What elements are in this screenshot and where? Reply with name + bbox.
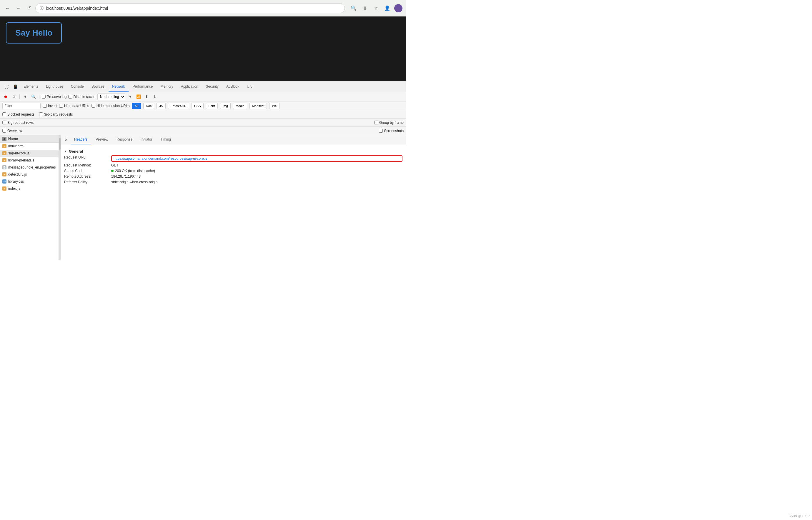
hide-data-urls-label[interactable]: Hide data URLs (59, 104, 89, 108)
group-by-frame-checkbox[interactable] (374, 121, 378, 124)
filter-font-btn[interactable]: Font (206, 103, 218, 109)
tab-ui5[interactable]: UI5 (243, 81, 256, 92)
big-rows-checkbox[interactable] (2, 121, 6, 124)
file-item-library-css[interactable]: ☑ library.css (0, 178, 58, 185)
address-bar[interactable]: ⓘ localhost:8081/webapp/index.html (35, 3, 345, 13)
filter-all-btn[interactable]: All (132, 103, 141, 109)
tab-performance[interactable]: Performance (129, 81, 156, 92)
panel-tabs-bar: ✕ Headers Preview Response Initiator Tim… (60, 135, 406, 145)
third-party-text: 3rd-party requests (44, 112, 73, 116)
download-icon[interactable]: ⬇ (152, 94, 158, 100)
blocked-requests-checkbox[interactable] (2, 112, 6, 116)
filter-input[interactable] (2, 103, 41, 109)
devtools-panel: ⛶ 📱 Elements Lighthouse Console Sources … (0, 81, 406, 260)
filter-manifest-btn[interactable]: Manifest (250, 103, 267, 109)
filter-css-btn[interactable]: CSS (192, 103, 204, 109)
tab-elements[interactable]: Elements (20, 81, 42, 92)
throttling-select[interactable]: No throttling (97, 94, 125, 100)
tab-security[interactable]: Security (202, 81, 222, 92)
options-right-2: Group by frame (374, 121, 404, 125)
screenshots-label[interactable]: Screenshots (379, 129, 404, 133)
say-hello-button[interactable]: Say Hello (6, 22, 62, 44)
throttling-arrow[interactable]: ▼ (127, 94, 133, 100)
options-left: Blocked requests 3rd-party requests (2, 112, 73, 116)
forward-button[interactable]: → (14, 4, 22, 12)
panel-tab-timing[interactable]: Timing (157, 135, 175, 145)
clear-button[interactable]: ⊘ (10, 94, 17, 100)
record-button[interactable]: ⏺ (2, 94, 9, 100)
file-item-index-html[interactable]: ≡ index.html (0, 142, 58, 150)
panel-tab-headers[interactable]: Headers (71, 135, 91, 145)
panel-tab-initiator[interactable]: Initiator (137, 135, 156, 145)
third-party-checkbox[interactable] (39, 112, 43, 116)
screenshots-checkbox[interactable] (379, 129, 383, 133)
filter-js-btn[interactable]: JS (156, 103, 166, 109)
inspect-icon[interactable]: ⛶ (2, 83, 10, 91)
filter-doc-btn[interactable]: Doc (143, 103, 154, 109)
tab-sources[interactable]: Sources (88, 81, 108, 92)
referrer-policy-value: strict-origin-when-cross-origin (111, 180, 403, 184)
invert-checkbox[interactable] (43, 104, 47, 108)
screenshots-text: Screenshots (384, 129, 404, 133)
blocked-requests-text: Blocked requests (7, 112, 34, 116)
reload-button[interactable]: ↺ (25, 4, 33, 12)
invert-label[interactable]: Invert (43, 104, 57, 108)
device-icon[interactable]: 📱 (11, 83, 19, 91)
panel-tab-preview[interactable]: Preview (92, 135, 112, 145)
file-item-sap-ui-core[interactable]: ⊞ sap-ui-core.js (0, 150, 58, 157)
request-url-key: Request URL: (64, 155, 111, 159)
overview-label[interactable]: Overview (2, 129, 22, 133)
hide-ext-urls-checkbox[interactable] (92, 104, 95, 108)
disable-cache-checkbox[interactable] (68, 95, 72, 99)
big-rows-label[interactable]: Big request rows (2, 121, 33, 125)
js-file-icon: ⊞ (2, 151, 6, 155)
referrer-policy-key: Referrer Policy: (64, 180, 111, 184)
tab-adblock[interactable]: AdBlock (223, 81, 243, 92)
preserve-log-label[interactable]: Preserve log (42, 95, 67, 99)
tab-lighthouse[interactable]: Lighthouse (42, 81, 67, 92)
hide-data-urls-checkbox[interactable] (59, 104, 63, 108)
third-party-label[interactable]: 3rd-party requests (39, 112, 73, 116)
filter-img-btn[interactable]: Img (220, 103, 231, 109)
request-url-value[interactable]: https://sapui5.hana.ondemand.com/resourc… (111, 155, 403, 162)
filter-button[interactable]: ▼ (22, 94, 28, 100)
panel-tab-response[interactable]: Response (113, 135, 136, 145)
tab-console[interactable]: Console (67, 81, 87, 92)
search-button[interactable]: 🔍 (350, 4, 358, 12)
avatar[interactable] (394, 4, 403, 12)
blocked-requests-label[interactable]: Blocked requests (2, 112, 34, 116)
hide-ext-urls-label[interactable]: Hide extension URLs (92, 104, 130, 108)
headers-content: ▼ General Request URL: https://sapui5.ha… (60, 145, 406, 188)
file-item-index-js[interactable]: ⊞ index.js (0, 185, 58, 192)
group-by-frame-label[interactable]: Group by frame (374, 121, 404, 125)
preserve-log-text: Preserve log (47, 95, 67, 99)
profile-button[interactable]: 👤 (383, 4, 391, 12)
wifi-icon[interactable]: 📶 (135, 94, 142, 100)
section-arrow-icon: ▼ (64, 150, 67, 153)
file-item-detectui5[interactable]: ⊞ detectUI5.js (0, 171, 58, 178)
request-method-row: Request Method: GET (64, 163, 403, 167)
file-item-messagebundle[interactable]: 📄 messagebundle_en.properties (0, 164, 58, 171)
share-button[interactable]: ⬆ (361, 4, 369, 12)
js-file-icon: ⊞ (2, 186, 6, 190)
tab-network[interactable]: Network (108, 81, 129, 92)
filter-media-btn[interactable]: Media (233, 103, 247, 109)
filter-fetch-xhr-btn[interactable]: Fetch/XHR (168, 103, 189, 109)
remote-address-value: 184.28.71.196:443 (111, 175, 403, 179)
preserve-log-checkbox[interactable] (42, 95, 46, 99)
search-button[interactable]: 🔍 (30, 94, 37, 100)
disable-cache-label[interactable]: Disable cache (68, 95, 95, 99)
overview-checkbox[interactable] (2, 129, 6, 133)
file-item-library-preload[interactable]: ⊞ library-preload.js (0, 157, 58, 164)
bookmark-button[interactable]: ☆ (372, 4, 380, 12)
filter-ws-btn[interactable]: WS (269, 103, 280, 109)
general-section-header[interactable]: ▼ General (64, 149, 403, 154)
options-right-3: Screenshots (379, 129, 404, 133)
back-button[interactable]: ← (3, 4, 12, 12)
options-left-2: Big request rows (2, 121, 33, 125)
tab-application[interactable]: Application (177, 81, 202, 92)
close-panel-button[interactable]: ✕ (63, 136, 70, 143)
sort-button[interactable]: ▲ (2, 137, 6, 141)
tab-memory[interactable]: Memory (157, 81, 177, 92)
upload-icon[interactable]: ⬆ (144, 94, 150, 100)
